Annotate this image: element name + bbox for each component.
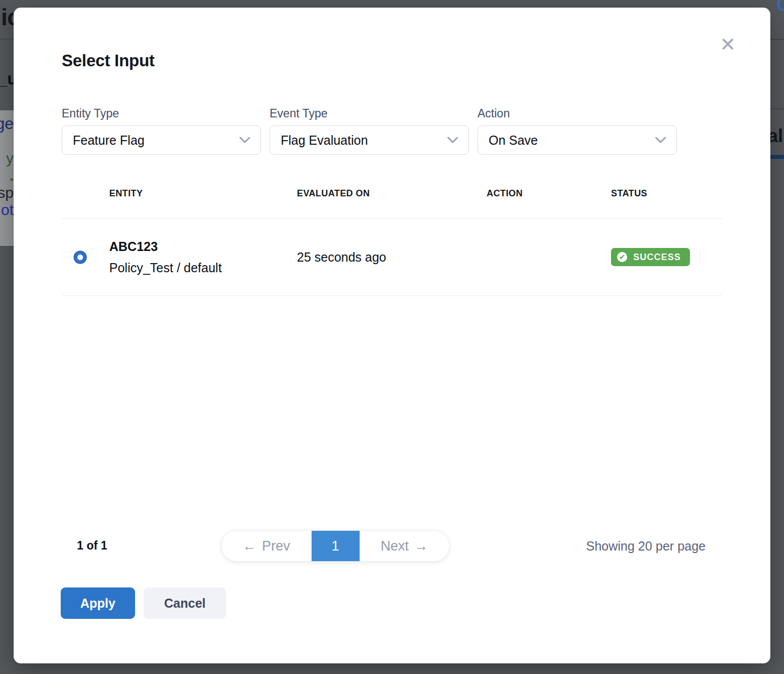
backdrop-divider <box>770 39 784 40</box>
status-badge-label: SUCCESS <box>633 252 681 263</box>
entity-type-value: Feature Flag <box>73 133 145 148</box>
backdrop-logo-fragment: C <box>776 0 784 16</box>
apply-button[interactable]: Apply <box>61 587 135 619</box>
col-header-action: ACTION <box>487 188 611 199</box>
action-select[interactable]: On Save <box>477 125 677 155</box>
backdrop-code-fragment: ge <box>0 114 14 133</box>
pagination-control: ← Prev 1 Next → <box>221 530 450 562</box>
status-badge: ✔ SUCCESS <box>611 248 690 266</box>
event-type-value: Flag Evaluation <box>281 133 368 148</box>
chevron-down-icon <box>655 137 666 144</box>
prev-label: Prev <box>262 538 290 554</box>
table-header-row: ENTITY EVALUATED ON ACTION STATUS <box>62 188 722 199</box>
action-value: On Save <box>489 133 538 148</box>
backdrop-code-fragment: sp <box>0 184 14 201</box>
chevron-down-icon <box>239 137 250 144</box>
chevron-down-icon <box>447 137 458 144</box>
entity-name: ABC123 <box>109 239 297 254</box>
backdrop-tab-underline <box>770 155 784 159</box>
results-table: ENTITY EVALUATED ON ACTION STATUS ABC123… <box>62 188 722 296</box>
col-header-status: STATUS <box>611 188 719 199</box>
col-header-entity: ENTITY <box>109 188 297 199</box>
entity-cell: ABC123 Policy_Test / default <box>109 239 297 275</box>
action-label: Action <box>477 107 677 120</box>
radio-cell <box>62 251 109 263</box>
status-cell: ✔ SUCCESS <box>611 248 719 266</box>
event-type-select[interactable]: Flag Evaluation <box>270 125 469 155</box>
prev-page-button[interactable]: ← Prev <box>222 531 312 561</box>
entity-type-filter: Entity Type Feature Flag <box>62 107 261 155</box>
backdrop-code-fragment: . <box>10 167 14 184</box>
event-type-filter: Event Type Flag Evaluation <box>270 107 469 155</box>
entity-type-select[interactable]: Feature Flag <box>62 125 261 155</box>
entity-subtitle: Policy_Test / default <box>109 261 297 275</box>
backdrop-code-fragment: y <box>6 150 14 167</box>
next-label: Next <box>380 538 409 554</box>
evaluated-on-cell: 25 seconds ago <box>297 250 487 265</box>
select-input-modal: ✕ Select Input Entity Type Feature Flag … <box>14 8 770 663</box>
cancel-button[interactable]: Cancel <box>144 587 226 619</box>
check-circle-icon: ✔ <box>617 252 627 262</box>
pagination-summary: 1 of 1 <box>77 539 107 553</box>
row-radio-selected[interactable] <box>74 251 86 263</box>
arrow-left-icon: ← <box>243 538 256 554</box>
table-row[interactable]: ABC123 Policy_Test / default 25 seconds … <box>62 218 722 296</box>
current-page-button[interactable]: 1 <box>312 531 360 561</box>
close-icon[interactable]: ✕ <box>720 37 736 54</box>
arrow-right-icon: → <box>415 538 428 554</box>
next-page-button[interactable]: Next → <box>360 531 450 561</box>
filter-row: Entity Type Feature Flag Event Type Flag… <box>62 107 722 155</box>
backdrop-code-panel: ge y . sp ot <box>0 110 14 246</box>
footer-buttons: Apply Cancel <box>61 587 226 619</box>
event-type-label: Event Type <box>270 107 469 120</box>
col-header-evaluated: EVALUATED ON <box>297 188 487 199</box>
per-page-indicator: Showing 20 per page <box>586 539 706 554</box>
backdrop-divider <box>770 108 784 109</box>
action-filter: Action On Save <box>477 107 677 155</box>
backdrop-divider <box>0 38 14 39</box>
backdrop-code-fragment: ot <box>1 201 14 219</box>
entity-type-label: Entity Type <box>62 107 261 120</box>
modal-title: Select Input <box>62 51 722 70</box>
